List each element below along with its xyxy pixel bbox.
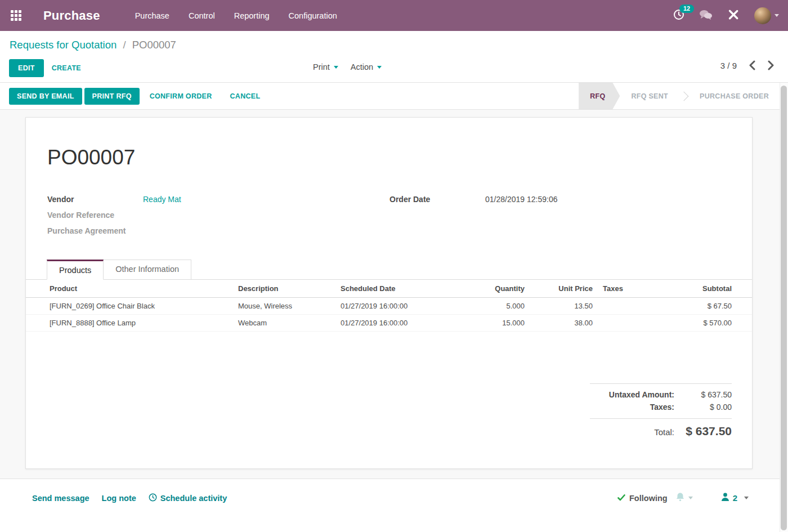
column-scheduled-date[interactable]: Scheduled Date	[335, 280, 466, 297]
chevron-down-icon	[334, 66, 338, 69]
column-quantity[interactable]: Quantity	[466, 280, 530, 297]
state-separator-icon	[679, 91, 689, 101]
cell-description[interactable]: Mouse, Wireless	[233, 297, 335, 314]
edit-button[interactable]: EDIT	[9, 59, 44, 77]
confirm-order-button[interactable]: CONFIRM ORDER	[142, 88, 220, 105]
log-note-button[interactable]: Log note	[102, 494, 136, 503]
cell-taxes[interactable]	[598, 297, 663, 314]
navbar-systray: 12	[673, 0, 779, 31]
taxes-label: Taxes:	[590, 403, 674, 412]
cell-scheduled-date[interactable]: 01/27/2019 16:00:00	[335, 314, 466, 331]
order-lines-table: Product Description Scheduled Date Quant…	[26, 280, 752, 332]
state-purchase-order[interactable]: PURCHASE ORDER	[688, 83, 780, 109]
cell-scheduled-date[interactable]: 01/27/2019 16:00:00	[335, 297, 466, 314]
followers-dropdown[interactable]: 2	[721, 493, 749, 504]
create-button[interactable]: CREATE	[44, 59, 89, 77]
main-menu: Purchase Control Reporting Configuration	[135, 11, 337, 20]
cell-taxes[interactable]	[598, 314, 663, 331]
send-message-button[interactable]: Send message	[32, 494, 89, 503]
check-icon	[617, 494, 625, 503]
cancel-button[interactable]: CANCEL	[222, 88, 268, 105]
column-product[interactable]: Product	[26, 280, 233, 297]
chevron-down-icon	[688, 497, 693, 499]
table-header-row: Product Description Scheduled Date Quant…	[26, 280, 752, 297]
vendor-reference-label: Vendor Reference	[47, 211, 143, 220]
cell-quantity[interactable]: 15.000	[466, 314, 530, 331]
menu-purchase[interactable]: Purchase	[135, 11, 169, 20]
following-button[interactable]: Following	[617, 494, 668, 503]
messages-menu[interactable]	[699, 9, 713, 23]
print-dropdown[interactable]: Print	[313, 62, 338, 71]
field-group-left: Vendor Ready Mat Vendor Reference Purcha…	[47, 191, 362, 239]
crossed-tools-icon	[727, 8, 740, 23]
clock-icon	[149, 493, 157, 503]
breadcrumb-current: PO00007	[132, 39, 176, 51]
breadcrumb: Requests for Quotation / PO00007	[10, 39, 176, 51]
chevron-down-icon	[744, 497, 749, 499]
menu-control[interactable]: Control	[189, 11, 215, 20]
person-icon	[721, 493, 729, 504]
untaxed-amount-label: Untaxed Amount:	[590, 390, 674, 399]
pager-previous-icon[interactable]	[749, 60, 755, 70]
cell-unit-price[interactable]: 13.50	[530, 297, 598, 314]
chat-bubbles-icon	[699, 9, 713, 23]
cell-unit-price[interactable]: 38.00	[530, 314, 598, 331]
notification-bell-dropdown[interactable]	[675, 492, 693, 504]
state-rfq[interactable]: RFQ	[579, 83, 620, 109]
apps-grid-icon[interactable]	[11, 10, 22, 21]
action-dropdown-label: Action	[351, 62, 373, 71]
state-pipeline: RFQ RFQ SENT PURCHASE ORDER	[579, 83, 780, 109]
tab-products[interactable]: Products	[47, 260, 104, 280]
table-row[interactable]: [FURN_8888] Office Lamp Webcam 01/27/201…	[26, 314, 752, 331]
total-value: $ 637.50	[674, 424, 732, 438]
schedule-activity-label: Schedule activity	[160, 494, 227, 503]
app-title[interactable]: Purchase	[43, 8, 100, 23]
column-description[interactable]: Description	[233, 280, 335, 297]
pager: 3 / 9	[720, 60, 774, 70]
top-navbar: Purchase Purchase Control Reporting Conf…	[0, 0, 788, 31]
action-dropdown[interactable]: Action	[351, 62, 382, 71]
cell-subtotal[interactable]: $ 570.00	[663, 314, 752, 331]
tools-menu[interactable]	[727, 8, 740, 23]
order-date-value: 01/28/2019 12:59:06	[485, 195, 557, 204]
pager-next-icon[interactable]	[768, 60, 774, 70]
pager-value: 3 / 9	[720, 61, 737, 70]
scrollbar-track[interactable]	[780, 83, 788, 532]
user-menu[interactable]	[754, 7, 779, 24]
menu-reporting[interactable]: Reporting	[234, 11, 270, 20]
send-by-email-button[interactable]: SEND BY EMAIL	[9, 88, 82, 105]
state-rfq-sent-label: RFQ SENT	[631, 92, 668, 100]
column-unit-price[interactable]: Unit Price	[530, 280, 598, 297]
print-rfq-button[interactable]: PRINT RFQ	[84, 88, 140, 105]
table-row[interactable]: [FURN_0269] Office Chair Black Mouse, Wi…	[26, 297, 752, 314]
taxes-value: $ 0.00	[674, 403, 732, 412]
column-taxes[interactable]: Taxes	[598, 280, 663, 297]
state-rfq-sent[interactable]: RFQ SENT	[620, 83, 679, 109]
cell-product[interactable]: [FURN_0269] Office Chair Black	[26, 297, 233, 314]
following-label: Following	[629, 494, 668, 503]
chatter: Send message Log note Schedule activity …	[0, 479, 788, 532]
field-group-right: Order Date 01/28/2019 12:59:06	[389, 191, 705, 207]
breadcrumb-parent[interactable]: Requests for Quotation	[10, 39, 117, 51]
form-view: PO00007 Vendor Ready Mat Vendor Referenc…	[0, 110, 788, 532]
scrollbar-thumb[interactable]	[781, 86, 787, 530]
control-panel: Requests for Quotation / PO00007 EDIT CR…	[0, 31, 788, 83]
form-sheet: PO00007 Vendor Ready Mat Vendor Referenc…	[25, 117, 753, 469]
chevron-down-icon	[774, 14, 779, 17]
tab-other-information[interactable]: Other Information	[104, 260, 191, 280]
cell-product[interactable]: [FURN_8888] Office Lamp	[26, 314, 233, 331]
cell-subtotal[interactable]: $ 67.50	[663, 297, 752, 314]
activity-count-badge: 12	[679, 5, 694, 13]
menu-configuration[interactable]: Configuration	[289, 11, 337, 20]
vendor-value-link[interactable]: Ready Mat	[143, 195, 181, 204]
notebook-tabs: Products Other Information	[26, 260, 752, 280]
state-rfq-label: RFQ	[590, 92, 605, 100]
untaxed-amount-value: $ 637.50	[674, 390, 732, 399]
column-subtotal[interactable]: Subtotal	[663, 280, 752, 297]
schedule-activity-button[interactable]: Schedule activity	[149, 493, 227, 503]
avatar	[754, 7, 771, 24]
cell-description[interactable]: Webcam	[233, 314, 335, 331]
cell-quantity[interactable]: 5.000	[466, 297, 530, 314]
activities-menu[interactable]: 12	[673, 9, 684, 23]
followers-count: 2	[733, 493, 737, 503]
